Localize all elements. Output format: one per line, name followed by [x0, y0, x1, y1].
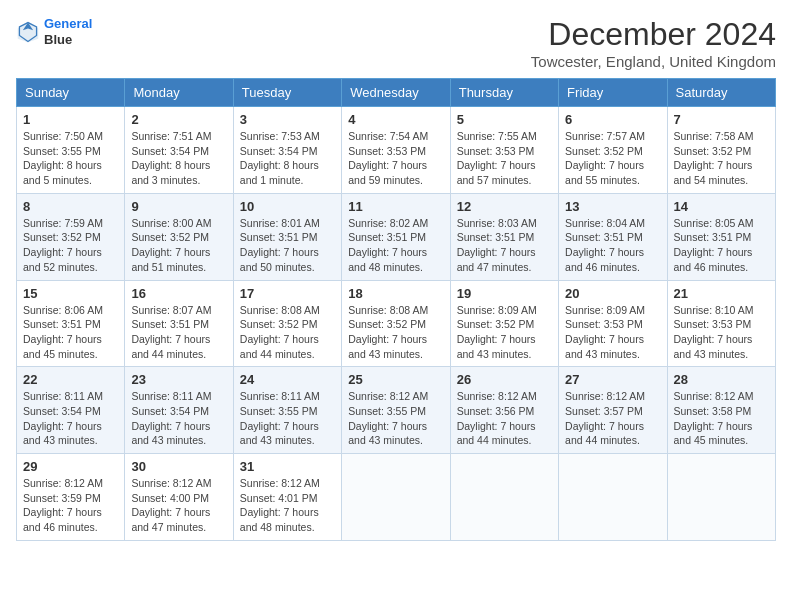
day-info: Sunrise: 8:05 AMSunset: 3:51 PMDaylight:…: [674, 216, 769, 275]
week-row-5: 29Sunrise: 8:12 AMSunset: 3:59 PMDayligh…: [17, 454, 776, 541]
day-number: 6: [565, 112, 660, 127]
table-row: 11Sunrise: 8:02 AMSunset: 3:51 PMDayligh…: [342, 193, 450, 280]
table-row: 17Sunrise: 8:08 AMSunset: 3:52 PMDayligh…: [233, 280, 341, 367]
day-number: 4: [348, 112, 443, 127]
table-row: 26Sunrise: 8:12 AMSunset: 3:56 PMDayligh…: [450, 367, 558, 454]
day-number: 13: [565, 199, 660, 214]
table-row: 22Sunrise: 8:11 AMSunset: 3:54 PMDayligh…: [17, 367, 125, 454]
table-row: 31Sunrise: 8:12 AMSunset: 4:01 PMDayligh…: [233, 454, 341, 541]
day-info: Sunrise: 8:01 AMSunset: 3:51 PMDaylight:…: [240, 216, 335, 275]
day-number: 24: [240, 372, 335, 387]
table-row: 16Sunrise: 8:07 AMSunset: 3:51 PMDayligh…: [125, 280, 233, 367]
day-number: 23: [131, 372, 226, 387]
logo: General Blue: [16, 16, 92, 47]
table-row: 4Sunrise: 7:54 AMSunset: 3:53 PMDaylight…: [342, 107, 450, 194]
day-number: 27: [565, 372, 660, 387]
day-info: Sunrise: 8:00 AMSunset: 3:52 PMDaylight:…: [131, 216, 226, 275]
day-info: Sunrise: 7:57 AMSunset: 3:52 PMDaylight:…: [565, 129, 660, 188]
week-row-3: 15Sunrise: 8:06 AMSunset: 3:51 PMDayligh…: [17, 280, 776, 367]
day-info: Sunrise: 8:11 AMSunset: 3:54 PMDaylight:…: [131, 389, 226, 448]
table-row: 30Sunrise: 8:12 AMSunset: 4:00 PMDayligh…: [125, 454, 233, 541]
day-info: Sunrise: 8:10 AMSunset: 3:53 PMDaylight:…: [674, 303, 769, 362]
day-info: Sunrise: 8:11 AMSunset: 3:55 PMDaylight:…: [240, 389, 335, 448]
table-row: 20Sunrise: 8:09 AMSunset: 3:53 PMDayligh…: [559, 280, 667, 367]
day-info: Sunrise: 8:12 AMSunset: 3:56 PMDaylight:…: [457, 389, 552, 448]
day-number: 12: [457, 199, 552, 214]
day-info: Sunrise: 8:12 AMSunset: 4:00 PMDaylight:…: [131, 476, 226, 535]
table-row: 25Sunrise: 8:12 AMSunset: 3:55 PMDayligh…: [342, 367, 450, 454]
day-info: Sunrise: 8:11 AMSunset: 3:54 PMDaylight:…: [23, 389, 118, 448]
location-label: Towcester, England, United Kingdom: [531, 53, 776, 70]
week-row-4: 22Sunrise: 8:11 AMSunset: 3:54 PMDayligh…: [17, 367, 776, 454]
day-info: Sunrise: 8:12 AMSunset: 3:58 PMDaylight:…: [674, 389, 769, 448]
day-number: 31: [240, 459, 335, 474]
day-info: Sunrise: 8:12 AMSunset: 3:55 PMDaylight:…: [348, 389, 443, 448]
day-info: Sunrise: 8:09 AMSunset: 3:52 PMDaylight:…: [457, 303, 552, 362]
logo-icon: [16, 20, 40, 44]
title-block: December 2024 Towcester, England, United…: [531, 16, 776, 70]
day-number: 1: [23, 112, 118, 127]
day-number: 18: [348, 286, 443, 301]
day-info: Sunrise: 7:59 AMSunset: 3:52 PMDaylight:…: [23, 216, 118, 275]
day-info: Sunrise: 8:04 AMSunset: 3:51 PMDaylight:…: [565, 216, 660, 275]
table-row: 7Sunrise: 7:58 AMSunset: 3:52 PMDaylight…: [667, 107, 775, 194]
day-number: 3: [240, 112, 335, 127]
table-row: [450, 454, 558, 541]
table-row: 9Sunrise: 8:00 AMSunset: 3:52 PMDaylight…: [125, 193, 233, 280]
day-info: Sunrise: 8:07 AMSunset: 3:51 PMDaylight:…: [131, 303, 226, 362]
day-number: 28: [674, 372, 769, 387]
day-number: 9: [131, 199, 226, 214]
col-thursday: Thursday: [450, 79, 558, 107]
table-row: 12Sunrise: 8:03 AMSunset: 3:51 PMDayligh…: [450, 193, 558, 280]
calendar-table: Sunday Monday Tuesday Wednesday Thursday…: [16, 78, 776, 541]
table-row: 14Sunrise: 8:05 AMSunset: 3:51 PMDayligh…: [667, 193, 775, 280]
col-wednesday: Wednesday: [342, 79, 450, 107]
col-tuesday: Tuesday: [233, 79, 341, 107]
day-info: Sunrise: 8:09 AMSunset: 3:53 PMDaylight:…: [565, 303, 660, 362]
table-row: 27Sunrise: 8:12 AMSunset: 3:57 PMDayligh…: [559, 367, 667, 454]
day-number: 30: [131, 459, 226, 474]
logo-text: General Blue: [44, 16, 92, 47]
logo-line2: Blue: [44, 32, 92, 48]
table-row: 1Sunrise: 7:50 AMSunset: 3:55 PMDaylight…: [17, 107, 125, 194]
day-number: 25: [348, 372, 443, 387]
day-number: 2: [131, 112, 226, 127]
table-row: 21Sunrise: 8:10 AMSunset: 3:53 PMDayligh…: [667, 280, 775, 367]
day-number: 26: [457, 372, 552, 387]
day-info: Sunrise: 8:12 AMSunset: 3:59 PMDaylight:…: [23, 476, 118, 535]
page-header: General Blue December 2024 Towcester, En…: [16, 16, 776, 70]
day-info: Sunrise: 8:08 AMSunset: 3:52 PMDaylight:…: [348, 303, 443, 362]
day-info: Sunrise: 8:03 AMSunset: 3:51 PMDaylight:…: [457, 216, 552, 275]
table-row: [342, 454, 450, 541]
day-number: 8: [23, 199, 118, 214]
day-info: Sunrise: 8:02 AMSunset: 3:51 PMDaylight:…: [348, 216, 443, 275]
table-row: 5Sunrise: 7:55 AMSunset: 3:53 PMDaylight…: [450, 107, 558, 194]
day-number: 20: [565, 286, 660, 301]
day-number: 21: [674, 286, 769, 301]
table-row: 15Sunrise: 8:06 AMSunset: 3:51 PMDayligh…: [17, 280, 125, 367]
table-row: 10Sunrise: 8:01 AMSunset: 3:51 PMDayligh…: [233, 193, 341, 280]
day-info: Sunrise: 8:08 AMSunset: 3:52 PMDaylight:…: [240, 303, 335, 362]
col-saturday: Saturday: [667, 79, 775, 107]
day-number: 5: [457, 112, 552, 127]
day-info: Sunrise: 7:51 AMSunset: 3:54 PMDaylight:…: [131, 129, 226, 188]
day-info: Sunrise: 8:12 AMSunset: 3:57 PMDaylight:…: [565, 389, 660, 448]
day-info: Sunrise: 7:50 AMSunset: 3:55 PMDaylight:…: [23, 129, 118, 188]
table-row: 18Sunrise: 8:08 AMSunset: 3:52 PMDayligh…: [342, 280, 450, 367]
day-number: 10: [240, 199, 335, 214]
week-row-1: 1Sunrise: 7:50 AMSunset: 3:55 PMDaylight…: [17, 107, 776, 194]
day-number: 22: [23, 372, 118, 387]
table-row: 2Sunrise: 7:51 AMSunset: 3:54 PMDaylight…: [125, 107, 233, 194]
table-row: 6Sunrise: 7:57 AMSunset: 3:52 PMDaylight…: [559, 107, 667, 194]
day-info: Sunrise: 7:55 AMSunset: 3:53 PMDaylight:…: [457, 129, 552, 188]
week-row-2: 8Sunrise: 7:59 AMSunset: 3:52 PMDaylight…: [17, 193, 776, 280]
day-info: Sunrise: 7:54 AMSunset: 3:53 PMDaylight:…: [348, 129, 443, 188]
table-row: 19Sunrise: 8:09 AMSunset: 3:52 PMDayligh…: [450, 280, 558, 367]
logo-line1: General: [44, 16, 92, 31]
table-row: 29Sunrise: 8:12 AMSunset: 3:59 PMDayligh…: [17, 454, 125, 541]
col-friday: Friday: [559, 79, 667, 107]
month-title: December 2024: [531, 16, 776, 53]
col-monday: Monday: [125, 79, 233, 107]
day-info: Sunrise: 8:06 AMSunset: 3:51 PMDaylight:…: [23, 303, 118, 362]
table-row: [559, 454, 667, 541]
